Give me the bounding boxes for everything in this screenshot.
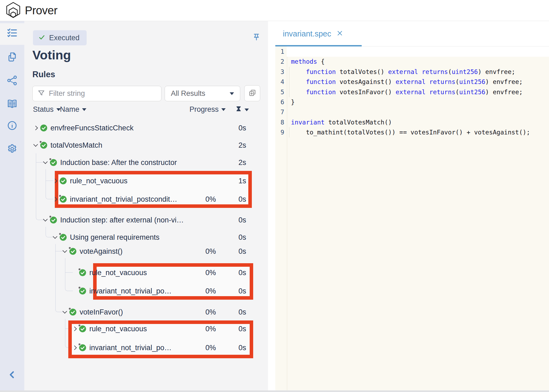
chevron-right-icon[interactable] [53, 179, 57, 183]
funnel-icon [38, 89, 45, 98]
rule-duration: 0s [229, 195, 246, 204]
tree-row[interactable]: Induction step: after external (non-vi…0… [24, 213, 268, 227]
sub-status-dot [78, 286, 81, 289]
sub-status-dot [78, 324, 81, 327]
close-icon[interactable] [337, 30, 343, 38]
rule-progress: 0% [197, 247, 216, 256]
tab-invariant-spec[interactable]: invariant.spec [275, 21, 362, 46]
code-line[interactable]: 3 function totalVotes() external returns… [275, 67, 549, 77]
column-name[interactable]: Name [60, 105, 86, 114]
brand-name: Prover [25, 4, 57, 17]
rule-name: voteAgainst() [80, 247, 123, 256]
horizontal-scrollbar[interactable] [0, 390, 549, 392]
rule-progress: 0% [197, 195, 216, 204]
tree-row[interactable]: invariant_not_trivial_po…0%0s [24, 284, 268, 298]
sub-status-dot [59, 194, 62, 197]
code-line[interactable]: 2methods { [275, 56, 549, 67]
info-icon [7, 120, 17, 132]
rule-name: Using general requirements [70, 233, 160, 242]
code-text: function totalVotes() external returns(u… [287, 67, 549, 77]
rule-duration: 0s [229, 216, 246, 224]
rule-name: Induction step: after external (non-vi… [60, 216, 184, 224]
chevron-down-icon[interactable] [43, 160, 48, 164]
rule-name: totalVotesMatch [50, 141, 102, 150]
code-text: function votesInFavor() external returns… [287, 87, 549, 97]
column-duration[interactable] [235, 105, 249, 114]
code-text: } [287, 97, 549, 107]
tree-row[interactable]: rule_not_vacuous1s [24, 174, 268, 188]
pin-panel-button[interactable] [251, 32, 262, 43]
chevron-down-icon[interactable] [53, 234, 57, 239]
nav-info-item[interactable] [0, 118, 24, 134]
tree-row[interactable]: invariant_not_trivial_po…0%0s [24, 341, 268, 354]
sub-status-dot [59, 232, 62, 235]
nav-rules-item[interactable] [0, 25, 24, 42]
verified-check-icon [50, 216, 57, 224]
rule-duration: 0s [229, 325, 246, 333]
chevron-down-icon[interactable] [43, 217, 48, 222]
nav-settings-item[interactable] [0, 141, 24, 157]
code-line[interactable]: 7 [275, 107, 549, 117]
chevron-right-icon[interactable] [72, 327, 77, 331]
code-line[interactable]: 1 [275, 46, 549, 57]
panel-divider[interactable] [268, 21, 275, 392]
verified-check-icon [59, 177, 67, 185]
line-number: 7 [275, 109, 287, 116]
tree-row[interactable]: Induction base: After the constructor2s [24, 156, 268, 169]
tree-row[interactable]: Using general requirements0s [24, 231, 268, 244]
sub-status-dot [78, 268, 81, 271]
status-badge-label: Executed [49, 34, 80, 42]
column-status[interactable]: Status [33, 105, 61, 114]
tree-row[interactable]: voteAgainst()0%0s [24, 245, 268, 258]
code-text: function votesAgainst() external returns… [287, 77, 549, 87]
rules-panel: Executed Voting Rules Filter string Al [24, 21, 268, 392]
sort-triangle-icon [82, 108, 86, 111]
tree-row[interactable]: totalVotesMatch2s [24, 138, 268, 152]
nav-call-graph-item[interactable] [0, 73, 24, 89]
tree-row[interactable]: voteInFavor()0%0s [24, 305, 268, 319]
sub-status-dot [49, 215, 52, 218]
chevron-right-icon[interactable] [53, 197, 57, 202]
expand-all-button[interactable] [244, 85, 260, 101]
line-number: 9 [275, 129, 287, 136]
tab-label: invariant.spec [283, 29, 331, 38]
app-header: Prover [0, 0, 549, 21]
chevron-down-icon[interactable] [63, 309, 67, 314]
code-text [287, 46, 549, 57]
rule-duration: 0s [229, 308, 246, 316]
verified-check-icon [79, 287, 86, 295]
tree-row[interactable]: rule_not_vacuous0%0s [24, 266, 268, 279]
tree-row[interactable]: rule_not_vacuous0%0s [24, 322, 268, 336]
code-line[interactable]: 5 function votesInFavor() external retur… [275, 87, 549, 97]
chevron-down-icon[interactable] [33, 142, 38, 147]
line-number: 2 [275, 58, 287, 65]
column-progress[interactable]: Progress [189, 105, 226, 114]
code-area[interactable]: 12methods {3 function totalVotes() exter… [275, 46, 549, 392]
code-line[interactable]: 9 to_mathint(totalVotes()) == votesInFav… [275, 127, 549, 137]
code-line[interactable]: 4 function votesAgainst() external retur… [275, 77, 549, 87]
collapse-sidebar-button[interactable] [0, 367, 24, 383]
rule-name: envfreeFuncsStaticCheck [50, 124, 134, 132]
line-number: 6 [275, 99, 287, 106]
nav-contracts-item[interactable] [0, 49, 24, 66]
rule-progress: 0% [197, 269, 216, 277]
code-line[interactable]: 8invariant totalVotesMatch() [275, 117, 549, 127]
rule-duration: 2s [229, 158, 246, 167]
code-line[interactable]: 6} [275, 97, 549, 107]
filter-placeholder: Filter string [49, 89, 85, 98]
line-number: 1 [275, 48, 287, 55]
verified-check-icon [79, 325, 86, 333]
results-filter-dropdown[interactable]: All Results [165, 86, 240, 101]
chevron-right-icon[interactable] [72, 346, 77, 350]
rule-name: invariant_not_trivial_po… [89, 287, 172, 295]
tree-row[interactable]: envfreeFuncsStaticCheck0s [24, 121, 268, 135]
verified-check-icon [40, 124, 48, 132]
rule-duration: 1s [229, 177, 246, 185]
filter-input[interactable]: Filter string [32, 86, 161, 101]
chevron-down-icon[interactable] [63, 248, 67, 253]
code-text [287, 107, 549, 117]
chevron-right-icon[interactable] [33, 126, 38, 130]
nav-docs-item[interactable] [0, 96, 24, 113]
line-number: 4 [275, 78, 287, 85]
tree-row[interactable]: invariant_not_trivial_postcondit…0%0s [24, 192, 268, 206]
